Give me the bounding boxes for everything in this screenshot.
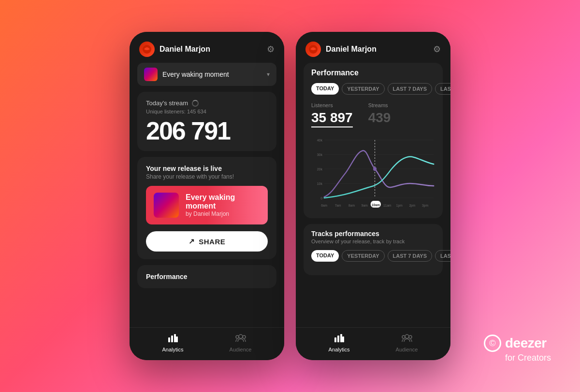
loading-icon — [192, 100, 199, 107]
user-name: Daniel Marjon — [160, 45, 210, 54]
phone1-header: Daniel Marjon ⚙ — [130, 32, 284, 63]
audience-label-2: Audience — [396, 347, 418, 352]
svg-text:9am: 9am — [362, 204, 368, 208]
listeners-stat: Listeners 35 897 — [311, 102, 353, 127]
analytics-label: Analytics — [162, 347, 184, 352]
phone2-header: Daniel Marjon ⚙ — [296, 32, 450, 63]
tab-30days[interactable]: LAST 30 D... — [435, 83, 450, 95]
deezer-logo: © deezer for Creators — [484, 335, 551, 363]
release-card: Your new release is live Share your rele… — [137, 157, 276, 259]
svg-rect-4 — [176, 336, 178, 342]
streams-value: 439 — [368, 110, 391, 126]
performance-label: Performance — [146, 273, 268, 280]
analytics-label-2: Analytics — [329, 347, 350, 352]
streams-stat: Streams 439 — [368, 102, 391, 127]
listeners-label: Listeners — [311, 102, 353, 108]
svg-text:0: 0 — [320, 196, 322, 201]
tab-yesterday[interactable]: YESTERDAY — [342, 83, 384, 95]
track-title: Every waking moment — [162, 70, 229, 78]
nav2-audience[interactable]: Audience — [396, 334, 418, 352]
unique-listeners: Unique listeners: 145 634 — [146, 109, 268, 114]
analytics-icon — [168, 334, 178, 345]
phone-2: Daniel Marjon ⚙ Performance TODAY YESTER… — [296, 32, 450, 360]
svg-point-5 — [239, 335, 243, 338]
share-button[interactable]: ↗ SHARE — [146, 231, 268, 252]
tracks-section: Tracks performances Overview of your rel… — [304, 224, 443, 275]
perf-title: Performance — [311, 69, 435, 77]
tab-7days[interactable]: LAST 7 DAYS — [388, 83, 433, 95]
svg-text:3pm: 3pm — [422, 204, 428, 208]
header-left-2: Daniel Marjon — [305, 42, 377, 57]
audience-label: Audience — [230, 347, 252, 352]
dropdown-left: Every waking moment — [144, 68, 229, 81]
release-artist: by Daniel Marjon — [186, 210, 260, 217]
svg-point-37 — [409, 336, 412, 338]
svg-text:20k: 20k — [317, 167, 323, 172]
deezer-tagline: for Creators — [505, 353, 551, 363]
svg-point-6 — [236, 336, 239, 338]
svg-text:11am: 11am — [383, 204, 392, 208]
tracks-tab-7days[interactable]: LAST 7 DAYS — [388, 250, 433, 262]
tracks-tab-today[interactable]: TODAY — [311, 250, 339, 262]
svg-rect-2 — [171, 336, 173, 342]
release-info: Every waking moment by Daniel Marjon — [186, 193, 260, 217]
svg-point-20 — [373, 167, 377, 171]
svg-text:7am: 7am — [335, 204, 341, 208]
svg-rect-34 — [342, 336, 344, 342]
stream-header: Today's stream — [146, 99, 268, 107]
stream-count: 206 791 — [146, 118, 268, 143]
nav-analytics[interactable]: Analytics — [162, 334, 184, 352]
phone-1: Daniel Marjon ⚙ Every waking moment ▾ To… — [130, 32, 284, 360]
tracks-title: Tracks performances — [311, 230, 435, 238]
tab-today[interactable]: TODAY — [311, 83, 339, 95]
track-dropdown[interactable]: Every waking moment ▾ — [137, 63, 276, 86]
share-icon: ↗ — [188, 237, 195, 246]
share-label: SHARE — [199, 238, 225, 246]
svg-text:6am: 6am — [321, 204, 327, 208]
streams-label: Streams — [368, 102, 391, 108]
performance-chart: 40k 30k 20k 10k 0 — [311, 135, 435, 212]
svg-rect-1 — [168, 337, 170, 342]
svg-text:8am: 8am — [348, 204, 355, 208]
svg-rect-33 — [340, 334, 342, 342]
release-title: Your new release is live — [146, 165, 268, 172]
release-subtitle: Share your release with your fans! — [146, 173, 268, 180]
tracks-tab-yesterday[interactable]: YESTERDAY — [342, 250, 384, 262]
phone1-bottom-nav: Analytics Audience — [130, 327, 284, 360]
avatar — [139, 42, 155, 57]
deezer-brand: © deezer — [484, 335, 551, 352]
audience-icon-2 — [402, 334, 412, 345]
svg-point-35 — [405, 335, 409, 338]
gear-icon[interactable]: ⚙ — [267, 44, 275, 55]
svg-rect-31 — [334, 337, 336, 342]
stream-card: Today's stream Unique listeners: 145 634… — [137, 92, 276, 151]
avatar-2 — [305, 42, 321, 57]
time-tabs: TODAY YESTERDAY LAST 7 DAYS LAST 30 D... — [311, 83, 435, 95]
nav2-analytics[interactable]: Analytics — [329, 334, 350, 352]
gear-icon-2[interactable]: ⚙ — [433, 44, 441, 55]
release-song-title: Every waking moment — [186, 193, 260, 210]
audience-icon — [235, 334, 246, 345]
phone1-content: Every waking moment ▾ Today's stream Uni… — [130, 63, 284, 327]
track-thumbnail — [144, 68, 158, 81]
phone2-bottom-nav: Analytics Audience — [296, 327, 450, 360]
deezer-text: deezer — [505, 336, 547, 351]
analytics-icon-2 — [334, 334, 345, 345]
tracks-time-tabs: TODAY YESTERDAY LAST 7 DAYS LAST 30 D... — [311, 250, 435, 262]
svg-rect-3 — [174, 334, 176, 342]
svg-rect-32 — [337, 336, 339, 342]
performance-card: Performance — [137, 265, 276, 288]
chevron-down-icon: ▾ — [267, 71, 270, 78]
header-left: Daniel Marjon — [139, 42, 210, 57]
stream-label: Today's stream — [146, 99, 188, 107]
svg-point-7 — [243, 336, 246, 338]
release-banner: Every waking moment by Daniel Marjon — [146, 186, 268, 224]
stats-row: Listeners 35 897 Streams 439 — [311, 102, 435, 127]
listeners-value: 35 897 — [311, 110, 353, 127]
nav-audience[interactable]: Audience — [230, 334, 252, 352]
tracks-tab-30days[interactable]: LAST 30 D... — [435, 250, 450, 262]
svg-text:30k: 30k — [317, 153, 323, 157]
phone2-content: Performance TODAY YESTERDAY LAST 7 DAYS … — [296, 63, 450, 327]
svg-text:10k: 10k — [317, 182, 323, 186]
release-artwork — [154, 193, 179, 218]
